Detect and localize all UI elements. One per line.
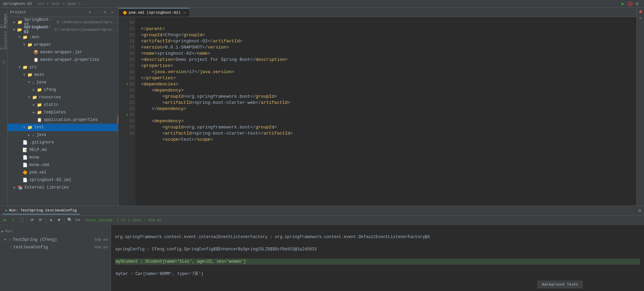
run-all-btn[interactable]: ✓ [10, 217, 17, 224]
side-tab-structure[interactable]: 2: Structure [0, 30, 7, 51]
tree-item-static[interactable]: ▶ 📁 static [8, 101, 118, 109]
sidebar-options-btn[interactable]: ⋮ [94, 9, 100, 15]
tree-item-run-controls: ▶ Run: [0, 226, 111, 236]
bottom-panel: ▶ Run: TestSpring.testJavaConfig ⚙ ▶ ✓ ⬛… [0, 206, 644, 291]
test-status: Tests passed: 1 of 1 test – 550 ms [85, 218, 162, 222]
test-item-testjavaconfig[interactable]: ✓ testJavaConfig 550 ms [0, 244, 111, 251]
background-tasks-label: Background Tasks [542, 282, 578, 287]
toolbar-sep-2 [45, 217, 46, 223]
tree-label: resources [39, 95, 61, 100]
run-tab-icon: ▶ [5, 208, 8, 212]
editor-tab-pom[interactable]: 🔶 pom.xml (springboot-02) ✕ [118, 8, 190, 17]
tree-item-cfeng[interactable]: ▶ 📁 cfeng [8, 86, 118, 94]
console-line-4: myCar : Car{name='BOMM', type='7系'} [115, 271, 640, 277]
tree-label: .mvn [29, 35, 39, 40]
tree-item-jar[interactable]: ▶ 📦 maven-wrapper.jar [8, 48, 118, 56]
test-item-testspring[interactable]: ▼ ✓ TestSpring (Cfeng) 550 ms [0, 236, 111, 244]
tree-label: mvnw.cmd [29, 163, 49, 167]
rerun-failed-btn[interactable]: ⟳ [37, 217, 44, 224]
bottom-tabs: ▶ Run: TestSpring.testJavaConfig ⚙ [0, 206, 644, 216]
tree-label: springboot-02.iml [29, 178, 71, 182]
tree-item-gitignore[interactable]: ▶ 📄 .gitignore [8, 139, 118, 146]
run-icon[interactable]: ▶ [621, 1, 624, 6]
right-side-tabs: ⚙ [636, 8, 644, 206]
tree-item-src[interactable]: ▼ 📁 src [8, 64, 118, 71]
tree-label: maven-wrapper.jar [40, 50, 82, 55]
test-class-label: TestSpring (Cfeng) [13, 237, 57, 242]
tree-label: main [34, 72, 44, 77]
code-area[interactable]: </parent> <groupId>Cfeng</groupId> <arti… [136, 17, 636, 206]
gutter-run-25[interactable]: ▶ [127, 112, 129, 118]
sort-btn[interactable]: ⇅ [47, 217, 55, 224]
tree-item-ext-libs[interactable]: ▶ 📚 External Libraries [8, 184, 118, 191]
background-tasks-panel[interactable]: Background Tasks [537, 281, 583, 288]
tree-item-mvnwcmd[interactable]: ▶ 📄 mvnw.cmd [8, 161, 118, 169]
test-method-label: testJavaConfig [13, 245, 48, 250]
tree-label: HELP.md [29, 148, 46, 152]
run-label: Run: [5, 229, 14, 233]
tree-label: static [44, 102, 58, 107]
settings-icon[interactable]: ⚙ [636, 1, 639, 6]
tree-label: test [34, 125, 44, 130]
left-side-tabs: 1: Project 2: Structure Z: [0, 8, 8, 206]
app-title: springboot-02 [3, 2, 32, 6]
tree-item-iml[interactable]: ▶ 📄 springboot-02.iml [8, 176, 118, 184]
stop-btn[interactable]: ⬛ [18, 217, 25, 224]
tree-item-java[interactable]: ▼ ☕ java [8, 79, 118, 86]
test-time: 550 ms [94, 238, 111, 242]
sidebar-header-icons: ⊕ ⋮ ⚙ ✕ [87, 9, 115, 15]
search-btn[interactable]: 🔍 [66, 217, 73, 224]
tree-item-java2[interactable]: ▶ ☕ java [8, 131, 118, 139]
breadcrumb: src > test > java > ... [38, 2, 89, 6]
toolbar-sep-3 [64, 217, 65, 223]
tree-item-appprops[interactable]: ▶ 📋 application.properties [8, 116, 118, 124]
sidebar: Project ⊕ ⋮ ⚙ ✕ ▶ 📁 SpringBoot-01 D:\Jet… [8, 8, 118, 206]
run-tab-label: Run: TestSpring.testJavaConfig [9, 208, 77, 212]
check-icon: ✓ [9, 237, 11, 242]
tree-item-mvnw[interactable]: ▶ 📄 mvnw [8, 154, 118, 161]
tree-label: pom.xml [29, 170, 46, 175]
tree-item-mvnprops[interactable]: ▶ 📋 maven-wrapper.properties [8, 56, 118, 64]
line-numbers: 1011121314 1516171819 ▶ 20 21222324 ▶ 25… [118, 17, 136, 206]
sidebar-tree: ▶ 📁 SpringBoot-01 D:\JetBrains\javaSpace… [8, 17, 118, 206]
test-method-time: 550 ms [94, 245, 111, 249]
tab-bar: src > test > java > ... [38, 2, 621, 6]
tree-label: application.properties [44, 117, 98, 122]
tree-label: java [36, 133, 46, 137]
side-tab-right-1[interactable]: ⚙ [637, 15, 644, 22]
tab-run[interactable]: ▶ Run: TestSpring.testJavaConfig [3, 207, 80, 214]
tab-close-btn[interactable]: ✕ [183, 11, 185, 15]
tree-item-springboot02[interactable]: ▼ 📂 springboot-02 D:\JetBrains\javaSpace… [8, 26, 118, 33]
top-bar: springboot-02 src > test > java > ... ▶ … [0, 0, 644, 8]
tree-label: java [36, 80, 46, 85]
tree-item-main[interactable]: ▼ 📁 main [8, 71, 118, 79]
console-line-2: springConfig : Cfeng.config.SpringConfig… [115, 246, 640, 252]
tree-item-wrapper[interactable]: ▼ 📁 wrapper [8, 41, 118, 48]
tree-item-pomxml[interactable]: ▶ 🔶 pom.xml [8, 169, 118, 176]
expand-btn[interactable]: >> [74, 217, 82, 224]
tree-label: maven-wrapper.properties [40, 57, 99, 62]
bottom-toolbar: ▶ ✓ ⬛ ⟳ ⟳ ⇅ ▼ 🔍 >> Tests passed: 1 of 1 … [0, 216, 644, 225]
sidebar-add-btn[interactable]: ⊕ [87, 9, 93, 15]
run-btn[interactable]: ▶ [1, 217, 9, 224]
console-line-1: org.springframework.context.event.intern… [115, 234, 640, 240]
side-tab-z[interactable]: Z: [0, 51, 7, 72]
tree-item-test[interactable]: ▼ 📁 test [8, 124, 118, 131]
debug-icon[interactable]: 🐞 [627, 1, 633, 6]
settings-btn[interactable]: ⚙ [639, 208, 641, 213]
filter-btn[interactable]: ▼ [55, 217, 63, 224]
editor-area: 🔶 pom.xml (springboot-02) ✕ 1011121314 1… [118, 8, 636, 206]
gutter-run-20[interactable]: ▶ [127, 81, 129, 87]
side-tab-project[interactable]: 1: Project [0, 9, 7, 29]
rerun-btn[interactable]: ⟳ [28, 217, 36, 224]
tab-label: pom.xml (springboot-02) [129, 11, 181, 15]
tree-item-mvn[interactable]: ▼ 📁 .mvn [8, 33, 118, 41]
editor-content: 1011121314 1516171819 ▶ 20 21222324 ▶ 25… [118, 17, 636, 206]
run-icon-small: ▶ [1, 229, 4, 234]
tree-label: .gitignore [29, 140, 54, 145]
tree-item-helpmd[interactable]: ▶ 📝 HELP.md [8, 146, 118, 154]
sidebar-close-btn[interactable]: ✕ [109, 9, 115, 15]
sidebar-settings-btn[interactable]: ⚙ [102, 9, 108, 15]
tree-item-templates[interactable]: ▶ 📁 templates [8, 109, 118, 116]
tree-item-resources[interactable]: ▼ 📁 resources [8, 94, 118, 101]
